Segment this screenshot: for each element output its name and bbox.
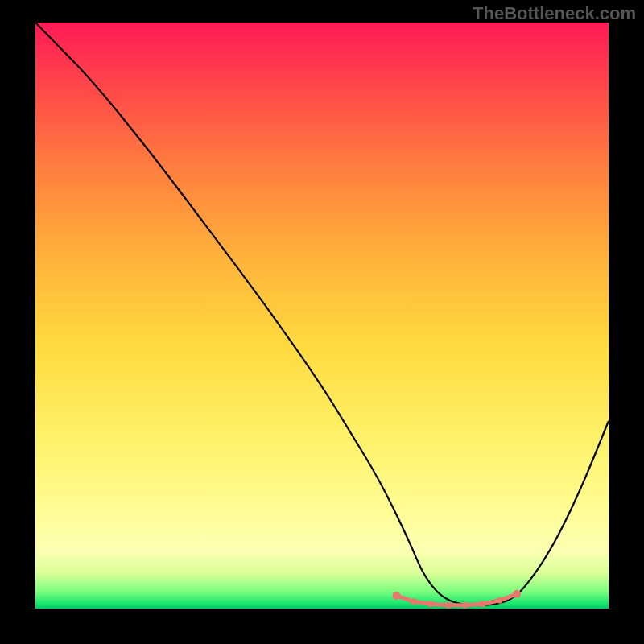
watermark-text: TheBottleneck.com [473, 3, 636, 24]
chart-plot-area [35, 23, 609, 609]
chart-svg [35, 23, 609, 609]
valley-marker-dot [513, 590, 521, 598]
valley-marker-dot [427, 601, 434, 607]
valley-marker-dot [445, 602, 452, 609]
valley-marker-group [393, 590, 522, 609]
valley-marker-dot [497, 597, 503, 604]
bottleneck-curve-path [35, 23, 609, 605]
valley-marker-dot [411, 598, 417, 605]
valley-marker-dot [462, 602, 469, 609]
valley-marker-dot [479, 601, 485, 607]
valley-marker-dot [393, 592, 401, 600]
